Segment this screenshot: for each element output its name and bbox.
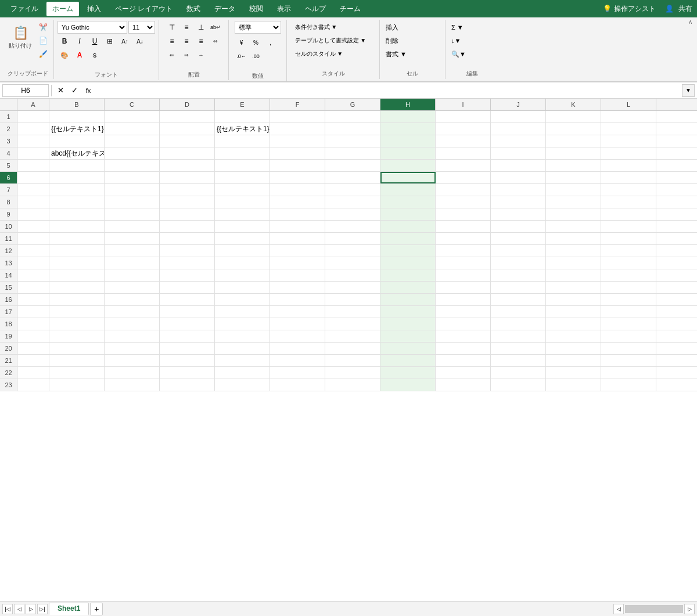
menu-data[interactable]: データ [209, 2, 241, 16]
cell-J21[interactable] [491, 355, 546, 366]
cell-J23[interactable] [491, 379, 546, 391]
cell-K11[interactable] [546, 233, 601, 244]
sheet-tab-sheet1[interactable]: Sheet1 [49, 603, 89, 615]
paste-button[interactable]: 📋 貼り付け [6, 21, 35, 55]
delete-button[interactable]: 削除 [383, 34, 441, 47]
cell-H6[interactable] [380, 172, 436, 183]
cell-styles-button[interactable]: セルのスタイル ▼ [293, 48, 374, 60]
insert-function-button[interactable]: fx [82, 84, 95, 97]
cell-F9[interactable] [270, 208, 325, 220]
cell-B17[interactable] [49, 306, 105, 318]
cell-B16[interactable] [49, 294, 105, 305]
cell-A2[interactable] [17, 123, 49, 135]
cell-L20[interactable] [601, 343, 656, 354]
align-bottom-button[interactable]: ⊥ [194, 21, 208, 34]
row-num-7[interactable]: 7 [0, 184, 17, 196]
cell-E22[interactable] [215, 367, 270, 379]
cell-F12[interactable] [270, 245, 325, 257]
share-button[interactable]: 共有 [678, 4, 692, 14]
wrap-text-button[interactable]: ab↵ [209, 21, 222, 34]
search-box[interactable]: 💡 操作アシスト [603, 4, 656, 14]
cell-L14[interactable] [601, 269, 656, 281]
cell-I21[interactable] [436, 355, 491, 366]
cell-I17[interactable] [436, 306, 491, 318]
cell-G17[interactable] [325, 306, 380, 318]
cell-A12[interactable] [17, 245, 49, 257]
cell-J15[interactable] [491, 282, 546, 293]
cell-F8[interactable] [270, 196, 325, 208]
format-button[interactable]: 書式 ▼ [383, 48, 441, 60]
table-format-button[interactable]: テーブルとして書式設定 ▼ [293, 34, 374, 47]
cell-I20[interactable] [436, 343, 491, 354]
cell-D5[interactable] [160, 160, 215, 171]
cell-C21[interactable] [105, 355, 160, 366]
cell-A22[interactable] [17, 367, 49, 379]
cell-E18[interactable] [215, 318, 270, 330]
cell-B6[interactable] [49, 172, 105, 183]
cell-G4[interactable] [325, 147, 380, 159]
cell-A3[interactable] [17, 135, 49, 147]
row-num-18[interactable]: 18 [0, 318, 17, 330]
col-header-g[interactable]: G [325, 99, 380, 110]
cell-F23[interactable] [270, 379, 325, 391]
cell-K5[interactable] [546, 160, 601, 171]
conditional-format-button[interactable]: 条件付き書式 ▼ [293, 21, 374, 34]
cell-H17[interactable] [380, 306, 436, 318]
cell-E13[interactable] [215, 257, 270, 269]
cell-D7[interactable] [160, 184, 215, 196]
cell-K15[interactable] [546, 282, 601, 293]
cell-C6[interactable] [105, 172, 160, 183]
cell-G21[interactable] [325, 355, 380, 366]
cell-G6[interactable] [325, 172, 380, 183]
row-num-8[interactable]: 8 [0, 196, 17, 208]
cell-L10[interactable] [601, 221, 656, 232]
copy-button[interactable]: 📄 [36, 34, 50, 47]
cell-I2[interactable] [436, 123, 491, 135]
cell-H22[interactable] [380, 367, 436, 379]
cell-I12[interactable] [436, 245, 491, 257]
cell-E6[interactable] [215, 172, 270, 183]
cell-I14[interactable] [436, 269, 491, 281]
cell-L17[interactable] [601, 306, 656, 318]
cell-A20[interactable] [17, 343, 49, 354]
cell-L8[interactable] [601, 196, 656, 208]
cell-I6[interactable] [436, 172, 491, 183]
cell-C2[interactable] [105, 123, 160, 135]
cell-J18[interactable] [491, 318, 546, 330]
cell-F16[interactable] [270, 294, 325, 305]
col-header-d[interactable]: D [160, 99, 215, 110]
cell-H3[interactable] [380, 135, 436, 147]
cell-K13[interactable] [546, 257, 601, 269]
cell-B5[interactable] [49, 160, 105, 171]
row-num-20[interactable]: 20 [0, 343, 17, 354]
cell-J19[interactable] [491, 330, 546, 342]
row-num-22[interactable]: 22 [0, 367, 17, 379]
row-num-12[interactable]: 12 [0, 245, 17, 257]
hscroll-right[interactable]: ▷ [684, 604, 695, 614]
menu-insert[interactable]: 挿入 [81, 2, 107, 16]
cell-G14[interactable] [325, 269, 380, 281]
cell-I18[interactable] [436, 318, 491, 330]
row-num-5[interactable]: 5 [0, 160, 17, 171]
cell-I10[interactable] [436, 221, 491, 232]
cell-K3[interactable] [546, 135, 601, 147]
cell-H12[interactable] [380, 245, 436, 257]
cell-C20[interactable] [105, 343, 160, 354]
cell-E7[interactable] [215, 184, 270, 196]
cell-K14[interactable] [546, 269, 601, 281]
cell-B22[interactable] [49, 367, 105, 379]
cell-J1[interactable] [491, 111, 546, 123]
cell-J14[interactable] [491, 269, 546, 281]
cell-D14[interactable] [160, 269, 215, 281]
cell-A19[interactable] [17, 330, 49, 342]
cell-A1[interactable] [17, 111, 49, 123]
percent-button[interactable]: % [249, 36, 263, 49]
row-num-14[interactable]: 14 [0, 269, 17, 281]
cell-L1[interactable] [601, 111, 656, 123]
cell-F17[interactable] [270, 306, 325, 318]
col-header-h[interactable]: H [380, 99, 436, 110]
cell-A15[interactable] [17, 282, 49, 293]
cell-F20[interactable] [270, 343, 325, 354]
decimal-inc-button[interactable]: .00 [249, 50, 263, 63]
col-header-a[interactable]: A [17, 99, 49, 110]
